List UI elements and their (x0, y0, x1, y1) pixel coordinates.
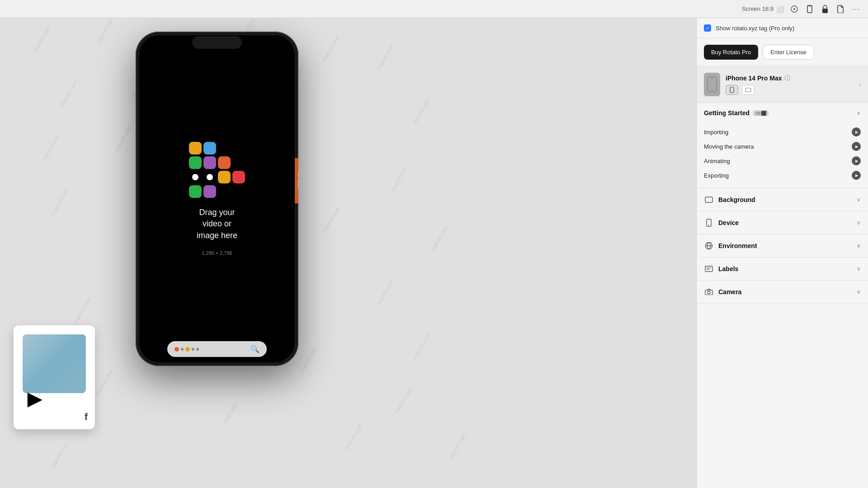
svg-point-20 (708, 291, 710, 294)
landscape-btn[interactable] (742, 85, 755, 95)
canvas-area[interactable]: macmil.com macmil.com macmil.com macmil.… (0, 18, 696, 488)
logo-cell (232, 156, 245, 169)
getting-started-header-left: Getting Started rte⬛ (704, 109, 769, 117)
watermark: macmil.com (429, 224, 449, 252)
drag-dimensions: 1,290 × 2,796 (202, 250, 232, 256)
logo-cell (203, 156, 216, 169)
watermark: macmil.com (389, 165, 409, 193)
watermark: rotato.app (220, 402, 238, 427)
watermark: macmil.com (448, 432, 467, 460)
search-dot-gray2 (192, 348, 194, 351)
right-panel: ✓ Show rotato.xyz tag (Pro only) Buy Rot… (696, 18, 868, 488)
watermark: macmil.com (411, 98, 431, 126)
pro-tag-checkbox[interactable]: ✓ (704, 24, 711, 32)
phone-screen[interactable]: Drag yourvideo orimage here 1,290 × 2,79… (139, 35, 295, 362)
environment-header-left: Environment (704, 241, 757, 251)
play-camera-icon[interactable] (852, 142, 861, 151)
phone-mockup[interactable]: rotato.app (136, 32, 307, 375)
logo-cell (232, 171, 245, 183)
svg-rect-19 (705, 290, 712, 295)
tutorial-item-camera[interactable]: Moving the camera (704, 139, 861, 154)
screen-aspect-icon: ⬜ (776, 5, 784, 13)
tutorial-animating-label: Animating (704, 158, 847, 164)
watermark: macmil.com (72, 296, 92, 324)
logo-cell (189, 142, 202, 155)
play-exporting-icon[interactable] (852, 171, 861, 180)
watermark: macmil.com (375, 43, 395, 71)
watermark: macmil.com (95, 18, 115, 44)
camera-chevron: ∨ (857, 289, 861, 295)
background-title: Background (718, 196, 755, 203)
logo-cell (218, 156, 231, 169)
environment-header[interactable]: Environment ∨ (697, 235, 868, 257)
device-frame-icon[interactable] (805, 4, 815, 14)
camera-title: Camera (718, 288, 741, 296)
getting-started-section: Getting Started rte⬛ ∧ Importing Moving … (697, 103, 868, 188)
device-orientation (726, 85, 854, 95)
svg-rect-6 (710, 78, 714, 79)
svg-rect-9 (745, 88, 751, 92)
device-info: iPhone 14 Pro Max ⓘ (726, 74, 854, 95)
tutorial-item-animating[interactable]: Animating (704, 154, 861, 168)
svg-point-12 (708, 225, 709, 226)
search-dots (175, 347, 199, 352)
camera-icon (704, 287, 714, 297)
device-info-icon[interactable]: ⓘ (784, 74, 790, 82)
svg-rect-16 (705, 266, 712, 272)
logo-cell (232, 142, 245, 155)
device-section-header-left: Device (704, 218, 739, 228)
play-importing-icon[interactable] (852, 127, 861, 136)
phone-search-bar[interactable]: 🔍 (167, 341, 267, 357)
labels-header[interactable]: Labels ∨ (697, 258, 868, 280)
lock-icon[interactable] (820, 4, 830, 14)
portrait-btn[interactable] (726, 85, 738, 95)
labels-chevron: ∨ (857, 266, 861, 272)
environment-chevron: ∨ (857, 243, 861, 249)
search-dot-gray3 (196, 348, 199, 351)
enter-license-button[interactable]: Enter License (763, 45, 814, 60)
app-logo-grid (189, 142, 245, 198)
environment-title: Environment (718, 242, 757, 249)
logo-cell (232, 185, 245, 198)
watermark: macmil.com (344, 423, 363, 451)
environment-section: Environment ∨ (697, 235, 868, 258)
search-dot-yellow (185, 347, 190, 352)
watermark: freemacree (94, 369, 113, 396)
labels-header-left: Labels (704, 264, 738, 274)
device-section-header[interactable]: Device ∨ (697, 211, 868, 234)
document-icon[interactable] (835, 4, 845, 14)
getting-started-header[interactable]: Getting Started rte⬛ ∧ (697, 103, 868, 123)
cursor-icon[interactable] (789, 4, 799, 14)
background-section: Background ∨ (697, 188, 868, 211)
play-animating-icon[interactable] (852, 156, 861, 165)
screen-label: Screen 16:9 ⬜ (742, 5, 784, 13)
labels-title: Labels (718, 265, 738, 272)
getting-started-badge: rte⬛ (753, 110, 769, 116)
logo-cell (203, 142, 216, 155)
svg-rect-4 (822, 9, 828, 13)
tutorial-item-importing[interactable]: Importing (704, 125, 861, 139)
buy-pro-button[interactable]: Buy Rotato Pro (704, 45, 758, 60)
watermark: macmil.com (32, 25, 52, 53)
device-chevron-icon: ∨ (857, 220, 861, 226)
camera-header[interactable]: Camera ∨ (697, 281, 868, 303)
device-chevron-icon: ‹ (859, 81, 861, 88)
watermark: macmil.com (41, 134, 61, 162)
buttons-row: Buy Rotato Pro Enter License (697, 38, 868, 66)
screen-text: Screen 16:9 (742, 5, 774, 12)
top-bar: Screen 16:9 ⬜ ⋯ (0, 0, 868, 18)
watermark: macmil.com (50, 441, 70, 469)
svg-rect-10 (705, 197, 712, 202)
device-thumbnail (704, 73, 720, 96)
more-icon[interactable]: ⋯ (851, 4, 861, 14)
search-icon-phone[interactable]: 🔍 (250, 345, 259, 353)
camera-section: Camera ∨ (697, 281, 868, 304)
tutorial-item-exporting[interactable]: Exporting (704, 168, 861, 183)
labels-section: Labels ∨ (697, 258, 868, 281)
device-section: Device ∨ (697, 211, 868, 235)
device-selector[interactable]: iPhone 14 Pro Max ⓘ ‹ (697, 66, 868, 103)
background-icon (704, 195, 714, 205)
watermark: macmil.com (375, 278, 395, 306)
background-header[interactable]: Background ∨ (697, 188, 868, 211)
device-section-icon (704, 218, 714, 228)
